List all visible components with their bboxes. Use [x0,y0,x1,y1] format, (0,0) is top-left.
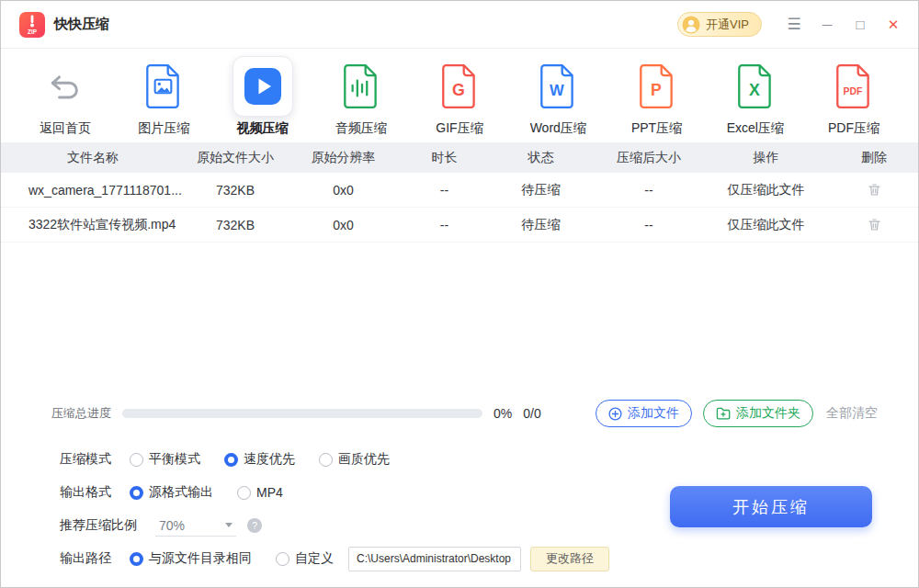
tab-word-compress[interactable]: W Word压缩 [516,56,600,137]
status-badge: 待压缩 [488,217,594,233]
app-identity: ZIP 快快压缩 [19,12,109,38]
radio-source-format[interactable]: 源格式输出 [130,484,213,501]
clear-all-button[interactable]: 全部清空 [826,405,878,422]
avatar-icon [682,16,700,34]
trash-icon[interactable] [864,179,885,200]
output-path-input[interactable] [348,547,521,571]
audio-doc-icon [331,56,391,117]
col-header-filename: 文件名称 [1,150,185,166]
file-resolution: 0x0 [286,218,401,232]
file-name: 3322软件站宣传视频.mp4 [1,217,185,233]
tab-pdf-compress[interactable]: PDF PDF压缩 [811,56,896,137]
tab-excel-compress[interactable]: X Excel压缩 [713,56,798,137]
status-badge: 待压缩 [488,182,594,198]
file-name: wx_camera_1771118701... [1,183,185,198]
back-arrow-icon [35,56,96,117]
tab-audio-compress[interactable]: 音频压缩 [319,56,403,137]
radio-dot [276,552,289,566]
radio-custom-path[interactable]: 自定义 [276,550,334,567]
file-resolution: 0x0 [286,183,401,198]
radio-quality-priority[interactable]: 画质优先 [319,451,390,468]
col-header-action: 操作 [704,150,828,166]
image-doc-icon [133,56,194,117]
ppt-doc-icon: P [627,56,687,117]
file-duration: -- [401,218,488,232]
settings-panel: 压缩模式 平衡模式 速度优先 画质优先 输出格式 源格式输出 MP4 [1,435,918,587]
ratio-value: 70% [159,518,185,533]
svg-text:PDF: PDF [844,86,863,96]
add-folder-button[interactable]: 添加文件夹 [703,400,813,427]
table-row: 3322软件站宣传视频.mp4 732KB 0x0 -- 待压缩 -- 仅压缩此… [1,208,918,243]
tab-gif-compress[interactable]: G GIF压缩 [417,56,502,137]
radio-dot [130,552,143,566]
ratio-select[interactable]: 70% [155,514,236,537]
tab-video-compress[interactable]: 视频压缩 [221,56,305,137]
tab-ppt-compress[interactable]: P PPT压缩 [615,56,699,137]
tab-image-compress[interactable]: 图片压缩 [121,56,206,137]
compress-ratio-label: 推荐压缩比例 [60,517,137,534]
svg-text:P: P [651,81,662,99]
excel-doc-icon: X [725,56,786,117]
progress-bar [122,409,482,418]
compressed-size: -- [594,218,704,232]
titlebar-controls: 开通VIP ☰ ─ □ ✕ [677,11,907,39]
gif-doc-icon: G [429,56,490,117]
add-file-icon [608,407,622,421]
radio-same-as-source[interactable]: 与源文件目录相同 [130,550,252,567]
output-path-label: 输出路径 [60,550,111,567]
trash-icon[interactable] [864,214,885,235]
vip-badge[interactable]: 开通VIP [677,12,762,37]
progress-percent: 0% [494,406,512,421]
radio-dot [224,453,238,467]
radio-mp4-format[interactable]: MP4 [237,485,283,500]
svg-text:G: G [452,81,465,99]
app-logo-icon: ZIP [19,12,45,38]
col-header-original-size: 原始文件大小 [185,150,286,166]
compress-type-toolbar: 返回首页 图片压缩 视频压缩 [1,49,918,142]
start-compress-button[interactable]: 开始压缩 [670,486,872,527]
add-folder-icon [716,407,731,420]
change-path-button[interactable]: 更改路径 [530,547,609,571]
app-window: ZIP 快快压缩 开通VIP ☰ ─ □ ✕ [0,0,919,588]
col-header-resolution: 原始分辨率 [286,150,401,166]
compressed-size: -- [594,183,704,198]
help-icon[interactable]: ? [247,518,262,533]
svg-text:ZIP: ZIP [28,28,38,35]
col-header-compressed-size: 压缩后大小 [594,150,704,166]
close-button[interactable]: ✕ [879,11,907,39]
file-size: 732KB [185,218,286,232]
compress-this-file-link[interactable]: 仅压缩此文件 [728,217,805,232]
pdf-doc-icon: PDF [823,56,884,117]
vip-label: 开通VIP [706,17,749,33]
compress-mode-label: 压缩模式 [60,451,111,468]
radio-dot [319,453,333,467]
compress-this-file-link[interactable]: 仅压缩此文件 [728,182,805,197]
col-header-status: 状态 [488,150,594,166]
empty-file-area [1,243,918,392]
word-doc-icon: W [528,56,588,117]
output-format-label: 输出格式 [60,484,111,501]
col-header-duration: 时长 [401,150,488,166]
video-play-icon [233,56,293,117]
progress-label: 压缩总进度 [51,405,111,422]
radio-speed-priority[interactable]: 速度优先 [224,451,295,468]
chevron-down-icon [225,523,233,527]
output-path-row: 输出路径 与源文件目录相同 自定义 更改路径 [60,547,918,571]
minimize-button[interactable]: ─ [813,11,841,39]
progress-actions: 添加文件 添加文件夹 全部清空 [596,400,878,427]
progress-section: 压缩总进度 0% 0/0 添加文件 [1,392,918,435]
table-row: wx_camera_1771118701... 732KB 0x0 -- 待压缩… [1,173,918,208]
menu-icon[interactable]: ☰ [780,11,808,39]
maximize-button[interactable]: □ [846,11,874,39]
add-file-button[interactable]: 添加文件 [596,400,692,427]
file-duration: -- [401,183,488,198]
app-title: 快快压缩 [54,16,109,33]
svg-text:W: W [550,82,564,99]
col-header-delete: 删除 [828,150,919,166]
radio-dot [130,453,143,467]
tab-return-home[interactable]: 返回首页 [23,56,108,137]
file-table-header: 文件名称 原始文件大小 原始分辨率 时长 状态 压缩后大小 操作 删除 [1,142,918,173]
progress-count: 0/0 [523,406,540,421]
titlebar: ZIP 快快压缩 开通VIP ☰ ─ □ ✕ [1,1,918,49]
radio-balance-mode[interactable]: 平衡模式 [130,451,200,468]
